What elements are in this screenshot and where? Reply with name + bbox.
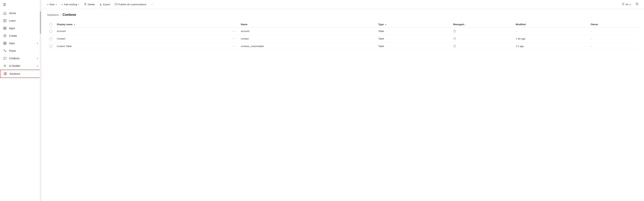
row-modified-0: - [514, 28, 588, 35]
delete-label: Delete [88, 3, 95, 6]
row-owner-2: - [588, 43, 638, 50]
th-name-label: Name [241, 23, 247, 26]
th-display-sort-icon: ∨ [74, 24, 75, 26]
sidebar-item-flows[interactable]: Flows [0, 47, 41, 55]
filter-chevron-icon: ∨ [629, 3, 631, 6]
breadcrumb-separator: › [60, 13, 61, 16]
row-owner-0: - [588, 28, 638, 35]
svg-point-27 [636, 3, 638, 5]
sidebar-item-data[interactable]: Data ∨ [0, 40, 41, 47]
row-more-1[interactable]: ··· [230, 35, 238, 43]
export-label: Export [103, 3, 110, 6]
svg-point-16 [4, 65, 6, 66]
sidebar-item-apps[interactable]: Apps [0, 25, 41, 32]
search-button[interactable] [634, 2, 640, 7]
row-more-0[interactable]: ··· [230, 28, 238, 35]
row-more-dots-1[interactable]: ··· [232, 37, 236, 41]
solutions-table: Display name ∨ Name Type ∨ Managed... [47, 21, 638, 50]
new-button-label: New [50, 3, 54, 6]
th-display-name[interactable]: Display name ∨ [54, 21, 230, 28]
th-type[interactable]: Type ∨ [376, 21, 451, 28]
sidebar-item-ai-builder-label: AI Builder [9, 64, 20, 67]
th-managed: Managed... [451, 21, 514, 28]
sidebar-item-learn[interactable]: Learn [0, 17, 41, 25]
data-icon [3, 41, 7, 45]
th-owner-label: Owner [590, 23, 598, 26]
toolbar-right: All ∨ [620, 2, 640, 7]
learn-icon [3, 19, 7, 23]
breadcrumb-parent[interactable]: Solutions [47, 13, 59, 16]
svg-rect-13 [4, 44, 5, 45]
sidebar-item-create[interactable]: Create [0, 32, 41, 40]
add-existing-button[interactable]: + Add existing ∨ [60, 2, 82, 7]
breadcrumb-current: Contoso [62, 13, 76, 17]
svg-rect-7 [5, 29, 6, 30]
sidebar-scrollbar[interactable] [40, 0, 41, 201]
row-radio-0[interactable] [49, 30, 52, 33]
svg-rect-11 [4, 42, 5, 43]
row-more-dots-0[interactable]: ··· [232, 29, 236, 33]
th-display-name-label: Display name [57, 23, 72, 26]
sidebar-item-ai-builder[interactable]: AI Builder ∨ [0, 62, 41, 70]
th-modified: Modified [514, 21, 588, 28]
table-header-row: Display name ∨ Name Type ∨ Managed... [47, 21, 638, 28]
row-type-2: Table [376, 43, 451, 50]
table-body: Account ··· account Table - - Contact [47, 28, 638, 50]
new-chevron-icon: ∨ [56, 4, 57, 6]
sidebar-item-create-label: Create [9, 34, 17, 37]
export-button[interactable]: Export [98, 2, 112, 7]
more-dots-icon: ··· [151, 3, 153, 6]
svg-rect-14 [5, 44, 6, 45]
add-existing-label: Add existing [64, 3, 77, 6]
publish-button[interactable]: Publish all customizations [113, 2, 148, 7]
svg-line-28 [638, 5, 638, 5]
row-radio-1[interactable] [49, 37, 52, 40]
table-row: Contact ··· contact Table 1 wk ago - [47, 35, 638, 43]
sidebar-item-chatbots[interactable]: Chatbots ∨ [0, 55, 41, 62]
row-more-2[interactable]: ··· [230, 43, 238, 50]
th-modified-label: Modified [516, 23, 526, 26]
row-managed-0 [451, 28, 514, 35]
sidebar-item-home-label: Home [9, 12, 16, 15]
ai-builder-chevron-icon: ∨ [37, 65, 38, 67]
chatbots-chevron-icon: ∨ [37, 57, 38, 60]
svg-rect-12 [5, 42, 6, 43]
row-select-2 [47, 43, 54, 50]
row-modified-2: 1 h ago [514, 43, 588, 50]
new-button[interactable]: + New ∨ [45, 2, 59, 7]
filter-button[interactable]: All ∨ [620, 2, 632, 7]
row-name-0: account [238, 28, 376, 35]
sidebar-item-learn-label: Learn [9, 19, 16, 22]
delete-trash-icon [84, 3, 87, 6]
lock-icon-2 [453, 45, 456, 48]
apps-icon [3, 26, 7, 30]
th-name: Name [238, 21, 376, 28]
th-more-col [230, 21, 238, 28]
svg-rect-23 [115, 3, 117, 5]
row-modified-1: 1 wk ago [514, 35, 588, 43]
flows-icon [3, 49, 7, 53]
sidebar-item-home[interactable]: Home [0, 10, 41, 17]
row-select-0 [47, 28, 54, 35]
home-icon [3, 11, 7, 15]
row-select-1 [47, 35, 54, 43]
toolbar: + New ∨ + Add existing ∨ Delete Export [42, 0, 644, 9]
svg-rect-5 [5, 27, 6, 28]
row-type-0: Table [376, 28, 451, 35]
row-radio-2[interactable] [49, 45, 52, 48]
hamburger-menu-button[interactable]: ☰ [0, 0, 41, 10]
delete-button[interactable]: Delete [82, 2, 97, 7]
lock-icon-0 [453, 30, 456, 33]
filter-lines-icon [622, 3, 625, 6]
header-radio[interactable] [49, 23, 52, 26]
svg-rect-20 [85, 4, 86, 5]
sidebar-item-solutions[interactable]: Solutions [0, 70, 41, 78]
row-more-dots-2[interactable]: ··· [232, 44, 236, 48]
filter-label: All [626, 3, 628, 6]
row-display-name-2: Custom Table [54, 43, 230, 50]
create-icon [3, 34, 7, 38]
th-select [47, 21, 54, 28]
lock-icon-1 [453, 38, 456, 41]
more-actions-button[interactable]: ··· [149, 2, 155, 7]
solutions-icon [4, 72, 7, 76]
